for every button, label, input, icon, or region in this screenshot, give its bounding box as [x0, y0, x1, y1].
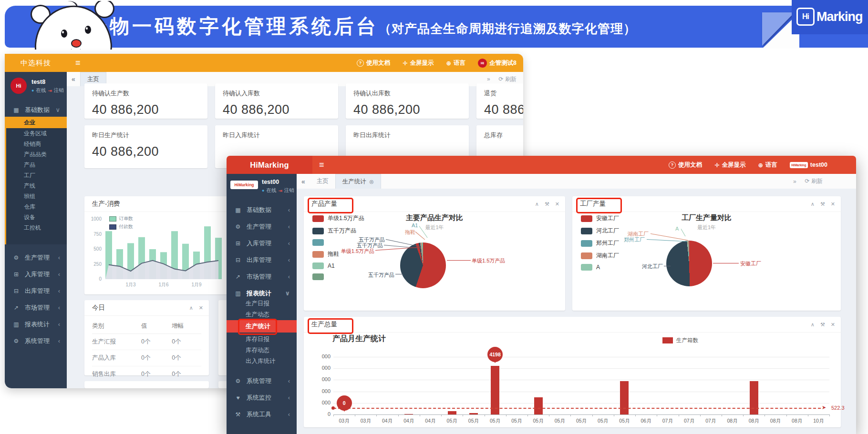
gridline [333, 368, 829, 369]
wrench-icon[interactable]: ⚒ [545, 201, 549, 207]
sidebar-section[interactable]: ⊟ 出库管理 ‹ [227, 252, 297, 268]
section-icon: ⊞ [233, 240, 243, 247]
fg-brand[interactable]: HiMarking [227, 156, 312, 174]
collapse-icon[interactable]: ∧ [811, 201, 815, 207]
section-icon: ▦ [233, 207, 243, 213]
sidebar-subitem[interactable]: 库存动态 [227, 345, 297, 356]
wrench-icon[interactable]: ⚒ [820, 201, 825, 207]
x-tick-label: 08月 [722, 418, 743, 424]
tab-home[interactable]: 主页 [310, 174, 335, 189]
axis-tick [592, 414, 593, 416]
sidebar-subitem[interactable]: 业务区域 [6, 128, 67, 139]
leader-line [713, 263, 739, 263]
sidebar-section[interactable]: ⊞ 入库管理 ‹ [5, 266, 67, 283]
sidebar-section[interactable]: ⚙ 生产管理 ‹ [227, 218, 297, 235]
pie-callout: 单级1.5万产品 [472, 257, 505, 264]
close-icon[interactable]: ✕ [199, 305, 203, 311]
sidebar-section[interactable]: ⊞ 入库管理 ‹ [227, 235, 297, 252]
x-tick-label: 05月 [549, 418, 570, 424]
sidebar-subitem-active[interactable]: 生产统计 [227, 320, 297, 333]
sidebar-subitem[interactable]: 出入库统计 [227, 356, 297, 367]
today-table: 类别 值 增幅 生产汇报0个0个 产品入库0个0个 销售出库0个0个 [92, 319, 201, 383]
close-icon[interactable]: ✕ [831, 322, 835, 328]
sidebar-subitem[interactable]: 产品 [6, 160, 67, 170]
chevron-left-icon: ‹ [288, 394, 290, 401]
docs-link[interactable]: ?使用文档 [357, 59, 390, 67]
sidebar-subitem[interactable]: 仓库 [6, 202, 67, 212]
close-icon[interactable]: ✕ [555, 201, 559, 207]
stat-card: 待确认生产数40 886,200 [84, 83, 207, 119]
x-tick-label: 05月 [463, 418, 484, 424]
user-avatar-badge[interactable]: HiMarking [230, 181, 258, 189]
sidebar-subitem[interactable]: 生产日报 [227, 298, 297, 309]
menu-toggle-icon[interactable]: ≡ [75, 58, 81, 68]
legend-item[interactable]: 单级1.5万产品 [312, 214, 364, 222]
sidebar-section[interactable]: ▥ 报表统计 ‹ [5, 316, 67, 333]
sidebar-section[interactable]: ⚙ 生产管理 ‹ [5, 249, 67, 266]
tabs-forward-icon[interactable]: » [793, 178, 796, 185]
sidebar-section[interactable]: ▦ 基础数据 ‹ [227, 202, 297, 218]
user-menu[interactable]: HiMarking test00 [790, 161, 827, 168]
axis-tick [398, 414, 399, 416]
legend-item[interactable]: 安徽工厂 [581, 214, 619, 222]
sidebar-subitem[interactable]: 设备 [6, 212, 67, 222]
himarking-logo-corner: Hi Marking [792, 0, 868, 34]
legend-item[interactable]: 河北工厂 [581, 227, 619, 235]
wrench-icon[interactable]: ⚒ [820, 322, 825, 328]
axis-tick [657, 414, 657, 416]
y-tick-label: 000 [308, 388, 331, 394]
sidebar-item-base-data[interactable]: ▦ 基础数据 ∨ [5, 101, 67, 118]
tab-close-icon[interactable]: ⊗ [369, 178, 374, 185]
refresh-button[interactable]: ⟳ 刷新 [805, 177, 823, 185]
sidebar-subitem[interactable]: 产品品类 [6, 149, 67, 160]
logout-link[interactable]: 注销 [284, 187, 294, 194]
language-link[interactable]: ⊕语言 [446, 59, 465, 67]
sidebar-section[interactable]: ♥ 系统监控 ‹ [227, 389, 297, 406]
legend-item[interactable]: A1 [312, 262, 364, 269]
section-icon: ⊟ [11, 288, 21, 294]
tab-production-stats[interactable]: 生产统计 ⊗ [335, 174, 381, 189]
sidebar-section[interactable]: ⚒ 系统工具 ‹ [227, 406, 297, 423]
collapse-icon[interactable]: ∧ [189, 305, 193, 311]
sidebar-subitem[interactable]: 工控机 [6, 222, 67, 233]
user-menu[interactable]: Hi 企管测试8 [478, 59, 517, 68]
legend-item[interactable]: 湖南工厂 [581, 252, 619, 260]
sidebar-subitem[interactable]: 产线 [6, 181, 67, 191]
sidebar-subitem[interactable]: 班组 [6, 191, 67, 202]
tabs-back-icon[interactable]: « [297, 178, 310, 185]
sidebar-subitem-active[interactable]: 企业 [6, 117, 67, 128]
tabs-forward-icon[interactable]: » [487, 76, 490, 82]
user-avatar[interactable]: Hi [10, 78, 27, 94]
fullscreen-link[interactable]: ✛全屏显示 [403, 59, 434, 67]
sidebar-section[interactable]: ⊟ 出库管理 ‹ [5, 283, 67, 299]
sidebar-subitem[interactable]: 工厂 [6, 170, 67, 181]
bg-brand[interactable]: 中选科技 [5, 54, 67, 72]
sidebar-section[interactable]: ↗ 市场管理 ‹ [227, 268, 297, 285]
docs-link[interactable]: ?使用文档 [669, 161, 702, 169]
x-tick-label: 05月 [614, 418, 635, 424]
average-line-start-dot [331, 406, 335, 410]
collapse-icon[interactable]: ∧ [535, 201, 539, 207]
sidebar-subitem[interactable]: 生产动态 [227, 309, 297, 320]
tabs-back-icon[interactable]: « [67, 75, 80, 83]
refresh-button[interactable]: ⟳ 刷新 [499, 75, 517, 83]
logout-link[interactable]: 注销 [54, 87, 64, 94]
collapse-icon[interactable]: ∧ [811, 322, 815, 328]
fullscreen-link[interactable]: ✛全屏显示 [714, 161, 745, 169]
close-icon[interactable]: ✕ [831, 201, 835, 207]
table-row: 产品入库0个0个 [92, 350, 201, 366]
language-link[interactable]: ⊕语言 [758, 161, 777, 169]
product-pie-chart [400, 242, 446, 288]
leader-line [395, 274, 403, 274]
legend-item[interactable]: 五千万产品 [312, 227, 364, 235]
sidebar-section[interactable]: ⚙ 系统管理 ‹ [5, 333, 67, 349]
sidebar-section[interactable]: ↗ 市场管理 ‹ [5, 299, 67, 316]
x-tick-label: 1月6 [158, 282, 169, 287]
chevron-left-icon: ‹ [288, 377, 290, 384]
sidebar-subitem[interactable]: 经销商 [6, 139, 67, 149]
pie-callout: A [675, 226, 679, 232]
sidebar-section[interactable]: ⚙ 系统管理 ‹ [227, 373, 297, 389]
chevron-left-icon: ‹ [58, 254, 60, 261]
sidebar-subitem[interactable]: 库存日报 [227, 334, 297, 345]
menu-toggle-icon[interactable]: ≡ [319, 160, 324, 170]
